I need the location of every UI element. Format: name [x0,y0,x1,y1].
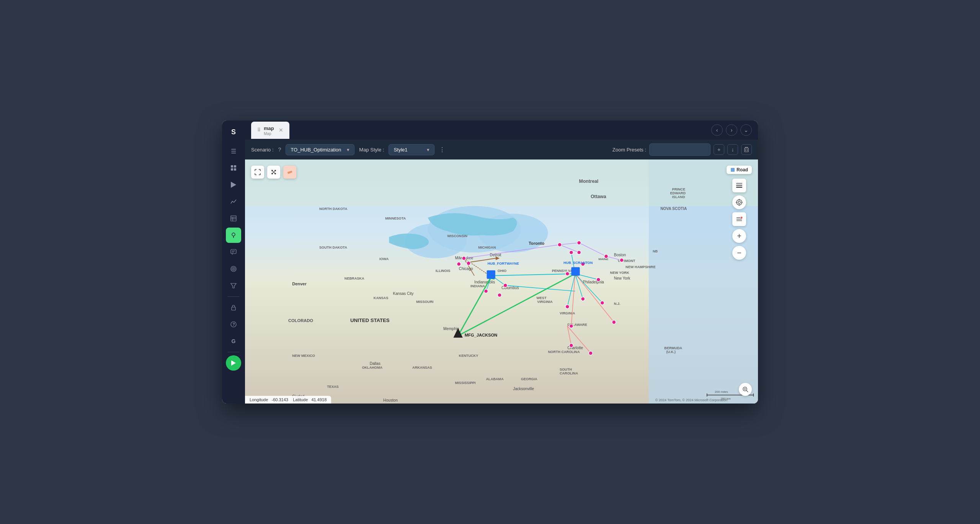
sidebar-item-comments[interactable] [226,244,241,260]
svg-point-136 [484,289,488,293]
sidebar-item-filter[interactable] [226,278,241,293]
map-style-value: Style1 [394,147,407,153]
tab-close-button[interactable]: ✕ [279,127,283,133]
sidebar-item-expand[interactable] [226,355,241,371]
scenario-label: Scenario : [251,147,274,153]
svg-text:MFG_JACKSON: MFG_JACKSON [465,333,497,337]
svg-rect-159 [731,168,735,172]
copyright-bar: © 2024 TomTom, © 2024 Microsoft Corporat… [655,398,727,402]
svg-text:NEW MEXICO: NEW MEXICO [292,354,315,358]
main-content: ⠿ map Map ✕ ‹ › ⌄ Scenario : ? TO_HUB_Op… [245,120,758,404]
svg-point-138 [503,283,507,287]
road-view-toggle[interactable]: Road [727,166,752,174]
svg-text:Boston: Boston [614,253,626,257]
location-button[interactable] [732,195,746,209]
sidebar-item-analytics[interactable] [226,194,241,209]
svg-text:NB: NB [653,249,658,253]
svg-point-132 [569,324,573,328]
scenario-arrow-icon: ▾ [347,147,350,153]
zoom-presets-input[interactable] [649,143,710,156]
svg-text:(U.K.): (U.K.) [666,350,675,354]
sidebar-item-dashboard[interactable] [226,160,241,176]
svg-rect-18 [232,307,235,310]
sidebar-item-run[interactable] [226,177,241,192]
nav-down-button[interactable]: ⌄ [740,124,752,136]
svg-text:NORTH CAROLINA: NORTH CAROLINA [548,350,580,354]
coordinates-bar: Longitude -60.3143 Latitude 41.4918 [245,396,331,404]
svg-text:EDWARD: EDWARD [670,191,686,195]
svg-text:MINNESOTA: MINNESOTA [385,216,406,220]
zoom-presets-label: Zoom Presets : [612,147,646,153]
zoom-add-button[interactable]: + [714,144,724,155]
svg-point-133 [612,320,616,324]
svg-point-123 [577,241,581,245]
sidebar-item-target[interactable] [226,261,241,277]
latitude-label: Latitude [293,397,308,402]
svg-text:ILLINOIS: ILLINOIS [436,269,450,273]
svg-text:200 miles: 200 miles [715,390,728,394]
zoom-in-button[interactable]: + [732,229,746,243]
svg-text:NEBRASKA: NEBRASKA [345,277,364,280]
svg-text:WISCONSIN: WISCONSIN [447,234,467,238]
map-controls-right: Road + − [727,166,752,260]
node-tool-button[interactable] [267,166,280,179]
svg-line-174 [746,391,748,392]
sidebar-item-lock[interactable] [226,300,241,315]
tab-grid-icon: ⠿ [257,127,261,133]
svg-text:HUB_SCRANTON: HUB_SCRANTON [564,261,593,265]
layer-stack-button[interactable] [732,212,746,226]
svg-text:Ottawa: Ottawa [591,194,606,199]
tab-subtitle: Map [264,132,274,136]
svg-text:Dallas: Dallas [370,361,381,366]
svg-marker-4 [231,182,236,188]
fullscreen-button[interactable] [251,166,264,179]
svg-text:UNITED STATES: UNITED STATES [350,317,390,323]
svg-point-130 [581,297,585,301]
svg-text:OKLAHOMA: OKLAHOMA [362,366,382,369]
more-options-icon[interactable]: ⋮ [439,146,445,153]
svg-point-137 [498,293,501,297]
svg-point-124 [577,251,581,254]
svg-point-164 [738,201,740,203]
svg-text:IOWA: IOWA [379,257,389,261]
eraser-button[interactable] [283,166,296,179]
zoom-out-button[interactable]: − [732,246,746,260]
map-tab[interactable]: ⠿ map Map ✕ [251,122,289,139]
svg-text:GEORGIA: GEORGIA [521,377,537,381]
svg-point-134 [589,351,593,355]
sidebar-item-table[interactable] [226,211,241,226]
sidebar: S ☰ ? G [222,120,245,404]
svg-point-135 [569,343,573,347]
map-style-select[interactable]: Style1 ▾ [389,144,434,155]
svg-point-140 [565,272,569,276]
sidebar-item-map[interactable] [226,228,241,243]
nav-forward-button[interactable]: › [726,124,737,136]
svg-text:Jacksonville: Jacksonville [513,387,534,391]
svg-rect-143 [571,267,580,276]
sidebar-divider-2 [228,352,239,352]
sidebar-item-menu[interactable]: ☰ [226,143,241,159]
layers-button[interactable] [732,179,746,192]
map-container[interactable]: NORTH DAKOTA MINNESOTA WISCONSIN MICHIGA… [245,159,758,404]
svg-point-139 [569,251,573,254]
zoom-download-button[interactable]: ↓ [727,144,738,155]
svg-point-119 [462,256,466,260]
nav-back-button[interactable]: ‹ [711,124,723,136]
svg-rect-22 [745,148,748,152]
svg-text:Montreal: Montreal [579,179,599,184]
svg-text:NORTH DAKOTA: NORTH DAKOTA [319,207,348,211]
svg-point-128 [596,278,600,282]
zoom-delete-button[interactable] [741,144,752,155]
magnify-button[interactable] [739,383,752,396]
scenario-select[interactable]: TO_HUB_Optimization ▾ [286,144,354,155]
svg-line-116 [560,245,579,252]
svg-rect-1 [234,165,236,168]
svg-text:New York: New York [614,276,631,280]
sidebar-item-user[interactable]: G [226,334,241,349]
svg-text:MISSISSIPPI: MISSISSIPPI [455,381,475,385]
svg-text:NEW YORK: NEW YORK [610,271,629,275]
sidebar-item-help[interactable]: ? [226,317,241,332]
scenario-help-icon[interactable]: ? [278,146,281,153]
svg-point-16 [233,269,234,270]
svg-text:ARKANSAS: ARKANSAS [412,366,432,369]
